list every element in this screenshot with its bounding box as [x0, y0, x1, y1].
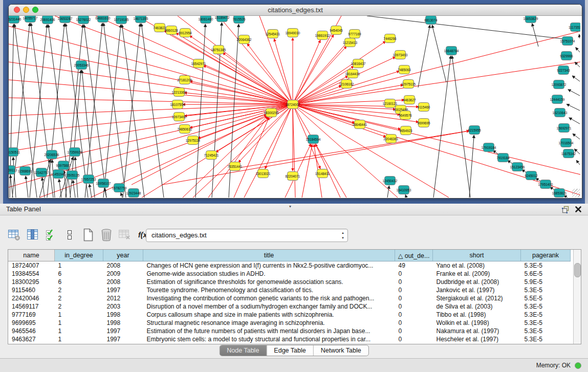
- graph-node[interactable]: 71245421: [204, 151, 219, 160]
- graph-node[interactable]: 11568691: [18, 167, 33, 176]
- graph-node[interactable]: 7919184: [496, 154, 510, 162]
- graph-node[interactable]: 15148411: [315, 169, 330, 178]
- graph-node[interactable]: 12342757: [34, 168, 49, 177]
- graph-node[interactable]: 76351441: [228, 162, 243, 171]
- graph-node[interactable]: 9860128: [165, 26, 178, 35]
- graph-node[interactable]: 12975115: [401, 80, 416, 89]
- graph-node[interactable]: 15751074: [560, 37, 575, 46]
- graph-node[interactable]: 17957253: [81, 175, 96, 184]
- graph-node[interactable]: 16949010: [286, 29, 300, 37]
- graph-node[interactable]: 9654923: [399, 126, 412, 135]
- table-row[interactable]: 946362711997Embryonic stem cells: a mode…: [8, 335, 571, 343]
- graph-node[interactable]: 10973492: [172, 113, 187, 121]
- graph-node[interactable]: 9245012: [525, 171, 538, 180]
- graph-node[interactable]: 11675342: [561, 149, 576, 158]
- graph-node[interactable]: 20691406: [40, 16, 55, 24]
- graph-node[interactable]: 14671355: [134, 16, 148, 23]
- network-canvas[interactable]: 1623144614055717206914061065328715276022…: [9, 16, 581, 198]
- column-header-title[interactable]: title: [143, 250, 395, 261]
- graph-node[interactable]: 15692971: [557, 124, 572, 133]
- graph-node[interactable]: 8912954: [179, 29, 192, 37]
- graph-node[interactable]: 18300295: [264, 108, 279, 117]
- table-row[interactable]: 911546021997Tourette syndrome. Phenomeno…: [8, 286, 571, 294]
- graph-node[interactable]: 39159113: [9, 166, 17, 174]
- graph-node[interactable]: 17919184: [482, 143, 496, 152]
- graph-node[interactable]: 9227343: [557, 66, 570, 75]
- graph-node[interactable]: 20206536: [45, 150, 59, 159]
- graph-node[interactable]: 9699695: [417, 119, 430, 127]
- table-row[interactable]: 946554611997Estimation of the future num…: [8, 327, 571, 335]
- column-header-out_degree[interactable]: △ out_de...: [395, 250, 433, 261]
- graph-node[interactable]: 12450432: [383, 177, 398, 185]
- table-row[interactable]: 1830029562008Estimation of significance …: [8, 278, 571, 286]
- graph-node[interactable]: 15276022: [76, 16, 91, 24]
- column-header-short[interactable]: short: [433, 250, 521, 261]
- table-selector-dropdown[interactable]: citations_edges.txt ▲▼: [146, 229, 348, 242]
- graph-node[interactable]: 22046361: [384, 135, 399, 143]
- create-column-icon[interactable]: [81, 227, 95, 243]
- tab-network-table[interactable]: Network Table: [313, 345, 368, 356]
- graph-node[interactable]: 10973493: [393, 51, 408, 59]
- graph-node[interactable]: 13013021: [256, 169, 271, 178]
- graph-node[interactable]: 82204071: [286, 172, 300, 181]
- window-resize-grip[interactable]: [572, 189, 580, 197]
- graph-node[interactable]: 16646441: [353, 120, 367, 129]
- delete-columns-icon[interactable]: [99, 227, 113, 243]
- table-scrollbar[interactable]: [573, 250, 581, 344]
- graph-node[interactable]: 27181206: [178, 76, 192, 84]
- show-columns-icon[interactable]: [26, 227, 39, 243]
- graph-node[interactable]: 8813074: [424, 16, 438, 25]
- compact-rows-icon[interactable]: [62, 227, 76, 243]
- tab-node-table[interactable]: Node Table: [220, 345, 266, 356]
- network-window-titlebar[interactable]: citations_edges.txt: [9, 5, 582, 16]
- graph-node[interactable]: 74850631: [178, 125, 192, 134]
- graph-node[interactable]: 64661610: [96, 16, 111, 23]
- graph-node[interactable]: 16410953: [397, 186, 411, 194]
- table-scrollbar-thumb[interactable]: [574, 263, 581, 277]
- graph-node[interactable]: 9649576: [399, 111, 412, 120]
- column-header-pagerank[interactable]: pagerank: [521, 250, 571, 261]
- select-columns-icon[interactable]: [44, 227, 58, 243]
- table-row[interactable]: 969969511998Structural magnetic resonanc…: [8, 319, 571, 327]
- graph-node[interactable]: 12444159: [550, 95, 565, 104]
- graph-node[interactable]: 9115460: [418, 103, 430, 112]
- column-header-name[interactable]: name: [8, 250, 55, 261]
- graph-node[interactable]: 16648784: [444, 47, 459, 55]
- memory-status-indicator[interactable]: [575, 362, 581, 369]
- graph-node[interactable]: 12093872: [552, 80, 567, 89]
- graph-node[interactable]: 18751385: [211, 46, 226, 54]
- graph-node[interactable]: 16853821: [552, 189, 567, 198]
- graph-node[interactable]: 10653287: [58, 16, 73, 23]
- graph-node[interactable]: 15189472: [215, 16, 230, 22]
- table-row[interactable]: 1872400712008Changes of HCN gene express…: [8, 261, 571, 270]
- graph-node[interactable]: 22064362: [237, 35, 252, 44]
- graph-node[interactable]: 7615526: [232, 16, 246, 24]
- split-divider-handle[interactable]: ▾: [289, 204, 291, 209]
- close-panel-icon[interactable]: [575, 206, 582, 215]
- tab-edge-table[interactable]: Edge Table: [266, 345, 313, 356]
- graph-node[interactable]: 16853829: [524, 16, 538, 23]
- zoom-window-button[interactable]: [32, 7, 38, 13]
- graph-node[interactable]: 11173534: [569, 23, 580, 32]
- minimize-window-button[interactable]: [23, 7, 29, 13]
- graph-node[interactable]: 13505135: [65, 171, 80, 180]
- graph-node[interactable]: 17016504: [559, 139, 574, 147]
- graph-node[interactable]: 12106162: [339, 80, 354, 89]
- graph-node[interactable]: 20053346: [74, 61, 89, 70]
- graph-node[interactable]: 18061460: [199, 16, 213, 24]
- graph-node[interactable]: 15123456: [510, 163, 525, 171]
- graph-node[interactable]: 7485063: [398, 65, 411, 74]
- graph-node[interactable]: 12975114: [186, 136, 201, 145]
- graph-node[interactable]: 10816437: [351, 59, 366, 68]
- graph-node[interactable]: 17359928: [68, 148, 82, 157]
- float-panel-icon[interactable]: [562, 206, 570, 215]
- table-row[interactable]: 2242004622012Investigating the contribut…: [8, 294, 571, 302]
- graph-node[interactable]: 14055717: [23, 16, 38, 23]
- table-options-icon[interactable]: [7, 227, 21, 243]
- graph-node[interactable]: 19861912: [315, 31, 330, 40]
- graph-node[interactable]: 7463822: [153, 24, 166, 32]
- column-header-year[interactable]: year: [103, 250, 143, 261]
- graph-node[interactable]: 18107554: [170, 100, 185, 109]
- graph-node[interactable]: 15184594: [306, 135, 321, 144]
- table-row[interactable]: 977716911998Corpus callosum shape and si…: [8, 311, 571, 319]
